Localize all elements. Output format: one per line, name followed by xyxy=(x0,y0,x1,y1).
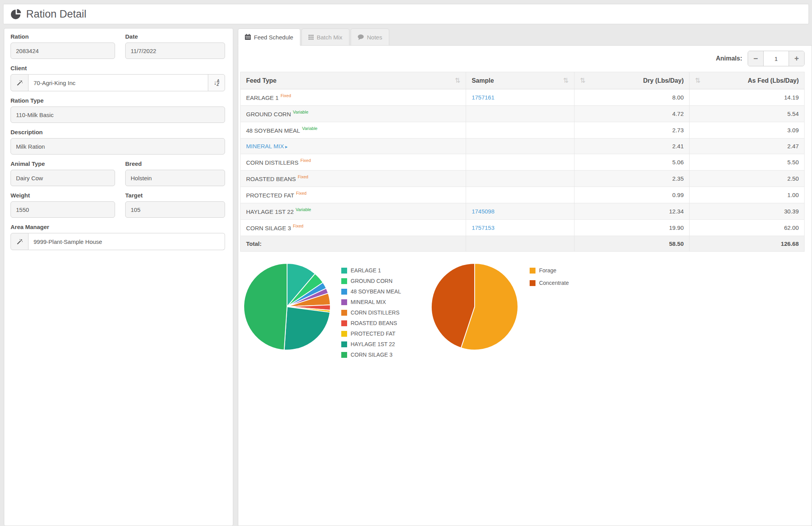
dry-value: 8.00 xyxy=(574,89,690,106)
legend-label: HAYLAGE 1ST 22 xyxy=(351,341,395,347)
expand-arrow-icon: ▸ xyxy=(284,144,287,149)
column-label: Dry (Lbs/Day) xyxy=(643,77,684,84)
feed-row: GROUND CORNVariable4.725.54 xyxy=(241,106,805,122)
legend-label: Concentrate xyxy=(539,280,569,286)
target-label: Target xyxy=(125,192,225,199)
wand-icon xyxy=(16,238,23,245)
column-header-feed-type[interactable]: Feed Type⇅ xyxy=(241,72,466,89)
column-header-dry[interactable]: ⇅Dry (Lbs/Day) xyxy=(574,72,690,89)
tab-notes[interactable]: Notes xyxy=(351,28,389,46)
tab-feed-schedule[interactable]: Feed Schedule xyxy=(238,28,300,46)
dry-value: 12.34 xyxy=(574,203,690,220)
dry-value: 2.73 xyxy=(574,122,690,139)
column-label: Feed Type xyxy=(246,77,277,84)
animals-decrement-button[interactable]: − xyxy=(748,51,764,66)
animals-stepper: − + xyxy=(748,51,805,66)
animals-label: Animals: xyxy=(716,55,742,62)
forage-pie-legend: ForageConcentrate xyxy=(530,262,569,292)
grid-icon xyxy=(308,35,314,40)
date-input[interactable] xyxy=(125,43,225,59)
legend-item-mineral-mix[interactable]: MINERAL MIX xyxy=(341,299,401,305)
badge-variable: Variable xyxy=(296,207,311,212)
tab-label: Batch Mix xyxy=(317,34,342,41)
animals-count-input[interactable] xyxy=(764,51,789,66)
breed-input[interactable] xyxy=(125,170,225,186)
animal-type-input[interactable] xyxy=(11,170,115,186)
feed-name-link[interactable]: MINERAL MIX xyxy=(246,143,284,149)
target-input[interactable] xyxy=(125,201,225,218)
legend-item-ground-corn[interactable]: GROUND CORN xyxy=(341,278,401,284)
area-manager-label: Area Manager xyxy=(11,224,225,230)
feed-schedule-panel: Feed Schedule Batch Mix Notes xyxy=(238,28,812,526)
page-header: Ration Detail xyxy=(3,4,809,24)
legend-label: 48 SOYBEAN MEAL xyxy=(351,288,401,295)
column-label: Sample xyxy=(472,77,494,84)
ration-input[interactable] xyxy=(11,43,115,59)
column-header-sample[interactable]: Sample⇅ xyxy=(466,72,574,89)
column-label: As Fed (Lbs/Day) xyxy=(748,77,799,84)
ration-type-input[interactable] xyxy=(11,107,225,123)
feed-name: CORN DISTILLERS xyxy=(246,159,298,166)
sample-link[interactable]: 1745098 xyxy=(472,208,494,215)
feed-row: 48 SOYBEAN MEALVariable2.733.09 xyxy=(241,122,805,139)
legend-item-corn-distillers[interactable]: CORN DISTILLERS xyxy=(341,309,401,316)
legend-item-haylage-1st-22[interactable]: HAYLAGE 1ST 22 xyxy=(341,341,401,347)
dry-value: 2.35 xyxy=(574,171,690,187)
animals-bar: Animals: − + xyxy=(238,46,805,72)
feed-name: GROUND CORN xyxy=(246,111,291,117)
description-input[interactable] xyxy=(11,138,225,155)
legend-item-48-soybean-meal[interactable]: 48 SOYBEAN MEAL xyxy=(341,288,401,295)
animal-type-label: Animal Type xyxy=(11,160,115,167)
legend-item-roasted-beans[interactable]: ROASTED BEANS xyxy=(341,320,401,326)
feed-table: Feed Type⇅ Sample⇅ ⇅Dry (Lbs/Day) ⇅As Fe… xyxy=(240,72,805,252)
client-wand-button[interactable] xyxy=(11,74,28,91)
column-header-as-fed[interactable]: ⇅As Fed (Lbs/Day) xyxy=(690,72,805,89)
chat-icon xyxy=(358,34,364,40)
legend-swatch xyxy=(530,280,535,286)
feed-row: EARLAGE 1Fixed17571618.0014.19 xyxy=(241,89,805,106)
dry-value: 5.06 xyxy=(574,154,690,171)
feed-schedule-content: Animals: − + Feed Type⇅ xyxy=(238,45,812,526)
sort-icon: ⇅ xyxy=(455,76,460,85)
legend-label: PROTECTED FAT xyxy=(351,331,395,337)
sample-link[interactable]: 1757153 xyxy=(472,224,494,231)
legend-item-protected-fat[interactable]: PROTECTED FAT xyxy=(341,331,401,337)
legend-label: EARLAGE 1 xyxy=(351,267,381,274)
legend-label: MINERAL MIX xyxy=(351,299,386,305)
badge-fixed: Fixed xyxy=(293,224,303,228)
feed-name: PROTECTED FAT xyxy=(246,192,294,199)
as-fed-value: 3.09 xyxy=(690,122,805,139)
area-manager-input[interactable] xyxy=(28,233,225,250)
tab-batch-mix[interactable]: Batch Mix xyxy=(301,28,349,46)
total-dry: 58.50 xyxy=(574,236,690,252)
area-manager-wand-button[interactable] xyxy=(11,233,28,250)
sort-az-button[interactable]: ↓AZ xyxy=(208,74,225,91)
minus-icon: − xyxy=(753,54,758,63)
badge-variable: Variable xyxy=(293,110,308,114)
legend-item-earlage-1[interactable]: EARLAGE 1 xyxy=(341,267,401,274)
legend-item-concentrate[interactable]: Concentrate xyxy=(530,280,569,286)
animals-increment-button[interactable]: + xyxy=(789,51,804,66)
as-fed-value: 5.54 xyxy=(690,106,805,122)
client-input[interactable] xyxy=(28,74,208,91)
legend-swatch xyxy=(341,268,347,274)
legend-item-corn-silage-3[interactable]: CORN SILAGE 3 xyxy=(341,352,401,358)
legend-item-forage[interactable]: Forage xyxy=(530,267,569,274)
tab-label: Notes xyxy=(367,34,382,41)
feed-name: HAYLAGE 1ST 22 xyxy=(246,208,294,215)
sample-link[interactable]: 1757161 xyxy=(472,94,494,101)
legend-label: ROASTED BEANS xyxy=(351,320,397,326)
pie-slice-haylage-1st-22 xyxy=(284,307,330,350)
badge-fixed: Fixed xyxy=(296,191,307,195)
legend-swatch xyxy=(341,331,347,337)
weight-input[interactable] xyxy=(11,201,115,218)
feed-name: ROASTED BEANS xyxy=(246,176,296,182)
feed-row: MINERAL MIX ▸2.412.47 xyxy=(241,139,805,154)
as-fed-value: 14.19 xyxy=(690,89,805,106)
forage-pie-chart xyxy=(430,262,519,352)
total-row: Total: 58.50 126.68 xyxy=(241,236,805,252)
legend-swatch xyxy=(341,310,347,316)
legend-label: CORN SILAGE 3 xyxy=(351,352,392,358)
feed-row: CORN DISTILLERSFixed5.065.50 xyxy=(241,154,805,171)
tab-label: Feed Schedule xyxy=(254,34,293,41)
